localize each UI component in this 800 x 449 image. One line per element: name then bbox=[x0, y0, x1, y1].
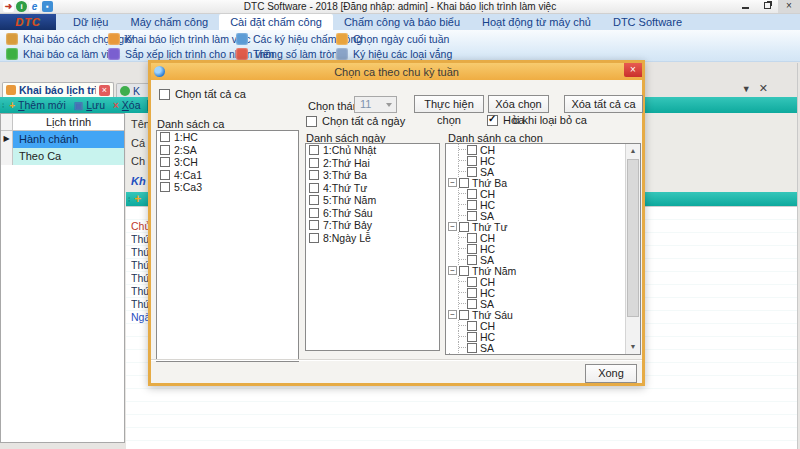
tab-khai-bao-lich-trinh[interactable]: Khai báo lịch trình... × bbox=[2, 82, 114, 97]
tree-expander-icon[interactable]: − bbox=[448, 222, 457, 231]
month-combobox[interactable]: 11 bbox=[354, 96, 397, 113]
checkbox-icon[interactable] bbox=[309, 233, 319, 243]
tree-node[interactable]: SA bbox=[446, 342, 625, 353]
clear-selected-button[interactable]: Xóa chọn ca bbox=[488, 95, 549, 113]
tree-node[interactable]: −Thứ Năm bbox=[446, 265, 625, 276]
scroll-up-icon[interactable]: ▲ bbox=[626, 144, 640, 158]
checkbox-icon[interactable] bbox=[467, 156, 477, 166]
checkbox-icon[interactable] bbox=[306, 116, 317, 127]
menu-item-2[interactable]: Máy chấm công bbox=[120, 14, 220, 30]
tree-node[interactable]: −Thứ Sáu bbox=[446, 309, 625, 320]
shift-list-item[interactable]: 3:CH bbox=[157, 156, 298, 169]
checkbox-icon[interactable] bbox=[467, 321, 477, 331]
checkbox-icon[interactable] bbox=[467, 189, 477, 199]
checkbox-icon[interactable] bbox=[467, 145, 477, 155]
execute-selection-button[interactable]: Thực hiện chọn bbox=[414, 95, 484, 113]
tab-list-dropdown-icon[interactable]: ▼ bbox=[742, 84, 751, 95]
select-all-days-checkbox[interactable]: Chọn tất cả ngày bbox=[306, 115, 405, 127]
checkbox-icon[interactable] bbox=[467, 244, 477, 254]
day-list-item[interactable]: 2:Thứ Hai bbox=[306, 157, 439, 170]
menu-item-1[interactable]: Dữ liệu bbox=[62, 14, 120, 30]
checkbox-icon[interactable] bbox=[467, 299, 477, 309]
day-list-item[interactable]: 7:Thứ Bảy bbox=[306, 219, 439, 232]
tree-node[interactable]: CH bbox=[446, 144, 625, 155]
checkbox-icon[interactable] bbox=[309, 195, 319, 205]
minimize-button[interactable] bbox=[734, 0, 756, 13]
tree-expander-icon[interactable]: − bbox=[448, 310, 457, 319]
ribbon-button[interactable]: Ký hiệu các loại vắng bbox=[336, 46, 452, 61]
checkbox-icon[interactable] bbox=[467, 288, 477, 298]
day-list-item[interactable]: 4:Thứ Tư bbox=[306, 182, 439, 195]
checkbox-icon[interactable] bbox=[467, 200, 477, 210]
checkbox-icon[interactable] bbox=[309, 158, 319, 168]
checkbox-checked-icon[interactable] bbox=[487, 115, 498, 126]
checkbox-icon[interactable] bbox=[160, 132, 170, 142]
checkbox-icon[interactable] bbox=[309, 220, 319, 230]
checkbox-icon[interactable] bbox=[467, 332, 477, 342]
tree-node[interactable]: HC bbox=[446, 331, 625, 342]
clear-all-button[interactable]: Xóa tất cả ca bbox=[564, 95, 643, 113]
checkbox-icon[interactable] bbox=[467, 233, 477, 243]
tree-node[interactable]: SA bbox=[446, 298, 625, 309]
checkbox-icon[interactable] bbox=[160, 170, 170, 180]
checkbox-icon[interactable] bbox=[159, 89, 170, 100]
checkbox-icon[interactable] bbox=[309, 170, 319, 180]
checkbox-icon[interactable] bbox=[459, 266, 469, 276]
menu-item-4[interactable]: Chấm công và báo biểu bbox=[333, 14, 471, 30]
tree-node[interactable]: CH bbox=[446, 320, 625, 331]
checkbox-icon[interactable] bbox=[467, 277, 477, 287]
checkbox-icon[interactable] bbox=[467, 211, 477, 221]
menu-item-3[interactable]: Cài đặt chấm công bbox=[219, 14, 333, 30]
checkbox-icon[interactable] bbox=[459, 222, 469, 232]
scroll-down-icon[interactable]: ▼ bbox=[626, 340, 640, 354]
add-icon[interactable]: + bbox=[134, 192, 141, 206]
done-button[interactable]: Xong bbox=[585, 364, 637, 383]
tree-node[interactable]: HC bbox=[446, 243, 625, 254]
day-list-item[interactable]: 1:Chủ Nhật bbox=[306, 144, 439, 157]
checkbox-icon[interactable] bbox=[467, 167, 477, 177]
checkbox-icon[interactable] bbox=[457, 354, 467, 355]
menu-item-5[interactable]: Hoạt động từ máy chủ bbox=[471, 14, 602, 30]
shift-list-item[interactable]: 5:Ca3 bbox=[157, 181, 298, 194]
tab-strip-close-icon[interactable]: ✕ bbox=[759, 82, 768, 95]
tree-scrollbar[interactable]: ▲ ▼ bbox=[625, 144, 640, 354]
checkbox-icon[interactable] bbox=[467, 255, 477, 265]
shift-listbox[interactable]: 1:HC2:SA3:CH4:Ca15:Ca3 bbox=[156, 130, 299, 362]
ribbon-button[interactable]: Chọn ngày cuối tuần bbox=[336, 31, 452, 46]
checkbox-icon[interactable] bbox=[467, 343, 477, 353]
close-button[interactable]: × bbox=[778, 0, 800, 13]
selected-shifts-tree[interactable]: CHHCSA−Thứ BaCHHCSA−Thứ TưCHHCSA−Thứ Năm… bbox=[445, 143, 641, 355]
toolbar-button-xóa[interactable]: ×Xóa bbox=[109, 99, 145, 111]
checkbox-icon[interactable] bbox=[309, 208, 319, 218]
day-list-item[interactable]: 5:Thứ Năm bbox=[306, 194, 439, 207]
schedule-row[interactable]: Theo Ca bbox=[1, 148, 124, 165]
tree-expander-icon[interactable]: − bbox=[448, 266, 457, 275]
tree-node[interactable]: HC bbox=[446, 155, 625, 166]
tree-expander-icon[interactable]: − bbox=[448, 178, 457, 187]
tab-close-icon[interactable]: × bbox=[99, 85, 110, 96]
day-list-item[interactable]: 6:Thứ Sáu bbox=[306, 207, 439, 220]
checkbox-icon[interactable] bbox=[160, 182, 170, 192]
toolbar-button-thêm-mới[interactable]: +Thêm mới bbox=[5, 99, 70, 111]
shift-list-item[interactable]: 4:Ca1 bbox=[157, 169, 298, 182]
tree-node[interactable]: Thứ Bảy bbox=[446, 353, 625, 354]
tree-node[interactable]: −Thứ Ba bbox=[446, 177, 625, 188]
restore-button[interactable] bbox=[756, 0, 778, 13]
tree-node[interactable]: CH bbox=[446, 232, 625, 243]
day-list-item[interactable]: 8:Ngày Lễ bbox=[306, 232, 439, 245]
checkbox-icon[interactable] bbox=[160, 145, 170, 155]
menu-item-6[interactable]: DTC Software bbox=[602, 14, 693, 30]
checkbox-icon[interactable] bbox=[459, 178, 469, 188]
checkbox-icon[interactable] bbox=[309, 145, 319, 155]
shift-list-item[interactable]: 2:SA bbox=[157, 144, 298, 157]
day-listbox[interactable]: 1:Chủ Nhật2:Thứ Hai3:Thứ Ba4:Thứ Tư5:Thứ… bbox=[305, 143, 440, 351]
day-list-item[interactable]: 3:Thứ Ba bbox=[306, 169, 439, 182]
ask-on-remove-checkbox[interactable]: Hỏi khi loại bỏ ca bbox=[487, 114, 587, 126]
schedule-row[interactable]: ▶Hành chánh bbox=[1, 131, 124, 148]
shift-list-item[interactable]: 1:HC bbox=[157, 131, 298, 144]
checkbox-icon[interactable] bbox=[459, 310, 469, 320]
checkbox-icon[interactable] bbox=[309, 183, 319, 193]
tree-node[interactable]: SA bbox=[446, 210, 625, 221]
tree-node[interactable]: HC bbox=[446, 287, 625, 298]
tree-node[interactable]: SA bbox=[446, 166, 625, 177]
